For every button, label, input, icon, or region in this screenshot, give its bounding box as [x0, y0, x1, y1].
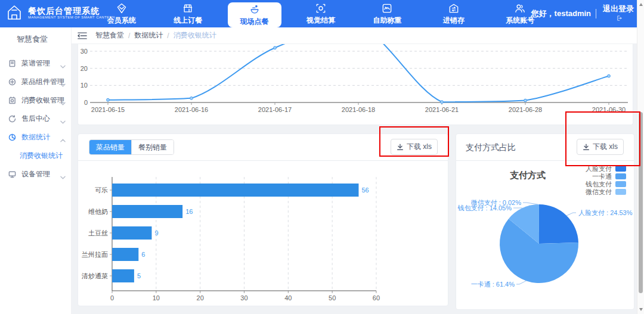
onsite-order-icon — [249, 4, 261, 15]
svg-text:60: 60 — [373, 294, 380, 301]
logout-button[interactable]: 退出登录 — [601, 4, 636, 24]
svg-text:一卡通 : 61.4%: 一卡通 : 61.4% — [471, 281, 515, 288]
recipe-icon — [8, 60, 16, 67]
scrollbar-up-arrow[interactable] — [639, 3, 643, 6]
membership-icon — [116, 2, 128, 14]
svg-text:土豆丝: 土豆丝 — [88, 229, 108, 237]
svg-text:30: 30 — [80, 48, 88, 55]
online-order-icon — [182, 2, 194, 14]
svg-text:可乐: 可乐 — [95, 186, 108, 194]
nav-item-6[interactable]: 进销存 — [427, 0, 481, 27]
download-icon — [583, 144, 590, 151]
payment-share-title: 支付方式占比 — [466, 142, 516, 153]
sidebar-item-1[interactable]: 菜谱管理 — [0, 54, 71, 73]
svg-text:6: 6 — [141, 251, 145, 258]
payment-pie-chart: 人脸支付 : 24.53%一卡通 : 61.4%钱包支付 : 14.05%微信支… — [456, 160, 634, 309]
main-nav: 会员系统线上订餐现场点餐视觉结算自助称重进销存系统账号 — [88, 0, 553, 27]
bar-panel-download-button[interactable]: 下载 xls — [391, 139, 438, 155]
pie-panel-download-button[interactable]: 下载 xls — [577, 139, 624, 155]
cashier-icon — [8, 97, 16, 104]
payment-share-panel-header: 支付方式占比 下载 xls — [456, 134, 634, 161]
svg-text:10: 10 — [80, 82, 88, 89]
svg-text:56: 56 — [361, 186, 369, 194]
app-window: 餐饮后台管理系统 MANAGEMENT SYSTEM OF SMART CANT… — [0, 0, 644, 314]
sidebar-item-label: 消费收银管理 — [21, 95, 64, 105]
sidebar-collapse-icon[interactable] — [78, 32, 87, 40]
svg-text:20: 20 — [197, 294, 204, 301]
svg-text:5: 5 — [137, 272, 141, 279]
scrollbar-down-arrow[interactable] — [639, 308, 643, 311]
user-area: 您好，testadmin 退出登录 — [531, 0, 636, 27]
dish-sales-panel: 菜品销量餐别销量 下载 xls 0102030405060可乐56维他奶16土豆… — [78, 133, 448, 306]
nav-item-4[interactable]: 视觉结算 — [294, 0, 348, 27]
svg-text:2021-06-21: 2021-06-21 — [425, 106, 459, 113]
inventory-icon — [448, 2, 460, 14]
svg-text:20: 20 — [80, 65, 88, 72]
sidebar-title: 智慧食堂 — [0, 27, 71, 54]
nav-item-1[interactable]: 会员系统 — [95, 0, 148, 27]
consumption-line-chart: 01020302021-06-152021-06-162021-06-17202… — [78, 44, 633, 124]
sidebar-item-5[interactable]: 数据统计 — [0, 128, 71, 147]
download-icon — [397, 144, 404, 151]
app-header: 餐饮后台管理系统 MANAGEMENT SYSTEM OF SMART CANT… — [0, 0, 644, 27]
dish-sales-panel-header: 菜品销量餐别销量 下载 xls — [78, 134, 448, 161]
svg-text:40: 40 — [284, 294, 292, 301]
svg-text:2021-06-30: 2021-06-30 — [592, 106, 626, 113]
dish-sales-bar-chart: 0102030405060可乐56维他奶16土豆丝9兰州拉面6清炒通菜5 — [78, 160, 448, 306]
nav-item-label: 会员系统 — [107, 15, 136, 26]
svg-text:维他奶: 维他奶 — [88, 208, 108, 215]
chevron-down-icon — [60, 99, 66, 102]
breadcrumb-separator: / — [128, 32, 130, 40]
sidebar-menu: 菜谱管理菜品组件管理消费收银管理售后中心数据统计消费收银统计设备管理 — [0, 54, 71, 184]
sidebar-item-6[interactable]: 设备管理 — [0, 165, 71, 184]
consumption-line-chart-panel: 01020302021-06-152021-06-162021-06-17202… — [78, 44, 633, 125]
vertical-scrollbar[interactable] — [637, 0, 644, 314]
nav-item-5[interactable]: 自助称重 — [360, 0, 414, 27]
nav-item-3[interactable]: 现场点餐 — [228, 2, 281, 27]
nav-item-label: 自助称重 — [373, 15, 401, 26]
tab-1[interactable]: 菜品销量 — [89, 140, 132, 154]
breadcrumb-item[interactable]: 数据统计 — [134, 30, 163, 41]
component-icon — [8, 78, 16, 86]
chevron-down-icon — [60, 80, 66, 84]
sidebar: 智慧食堂 菜谱管理菜品组件管理消费收银管理售后中心数据统计消费收银统计设备管理 — [0, 27, 72, 314]
vision-checkout-icon — [315, 2, 327, 14]
after-sales-icon — [8, 115, 16, 123]
divider — [596, 9, 596, 18]
svg-text:16: 16 — [185, 208, 193, 215]
sidebar-item-label: 菜品组件管理 — [21, 77, 64, 87]
nav-item-2[interactable]: 线上订餐 — [161, 0, 215, 27]
sidebar-item-label: 设备管理 — [21, 169, 50, 179]
svg-text:0: 0 — [84, 99, 88, 106]
main-content: 01020302021-06-152021-06-162021-06-17202… — [72, 44, 644, 314]
self-weigh-icon — [381, 2, 393, 14]
svg-text:清炒通菜: 清炒通菜 — [81, 272, 108, 279]
nav-item-label: 系统账号 — [506, 15, 534, 26]
sales-tabs: 菜品销量餐别销量 — [89, 139, 174, 155]
svg-text:2021-06-15: 2021-06-15 — [91, 106, 125, 113]
user-greeting: 您好，testadmin — [531, 8, 591, 19]
chevron-down-icon — [60, 173, 66, 176]
svg-text:人脸支付 : 24.53%: 人脸支付 : 24.53% — [578, 209, 633, 216]
nav-item-label: 进销存 — [443, 15, 465, 26]
sidebar-item-2[interactable]: 菜品组件管理 — [0, 73, 71, 91]
svg-text:2021-06-17: 2021-06-17 — [258, 106, 292, 113]
svg-text:50: 50 — [329, 294, 336, 301]
nav-item-label: 线上订餐 — [174, 15, 202, 26]
breadcrumb-item[interactable]: 智慧食堂 — [95, 30, 124, 41]
nav-item-label: 视觉结算 — [306, 15, 335, 26]
statistics-icon — [8, 133, 16, 141]
tab-2[interactable]: 餐别销量 — [132, 140, 174, 154]
sidebar-item-label: 数据统计 — [21, 132, 50, 142]
logout-icon — [616, 14, 623, 21]
svg-text:0: 0 — [110, 294, 114, 301]
scrollbar-thumb[interactable] — [639, 112, 643, 293]
chevron-down-icon — [60, 62, 66, 66]
sidebar-subitem[interactable]: 消费收银统计 — [0, 147, 71, 165]
nav-item-label: 现场点餐 — [240, 17, 269, 27]
svg-text:2021-06-16: 2021-06-16 — [175, 106, 208, 113]
sidebar-item-4[interactable]: 售后中心 — [0, 110, 71, 128]
sidebar-item-3[interactable]: 消费收银管理 — [0, 91, 71, 110]
device-icon — [8, 170, 16, 178]
chevron-up-icon — [60, 136, 66, 139]
